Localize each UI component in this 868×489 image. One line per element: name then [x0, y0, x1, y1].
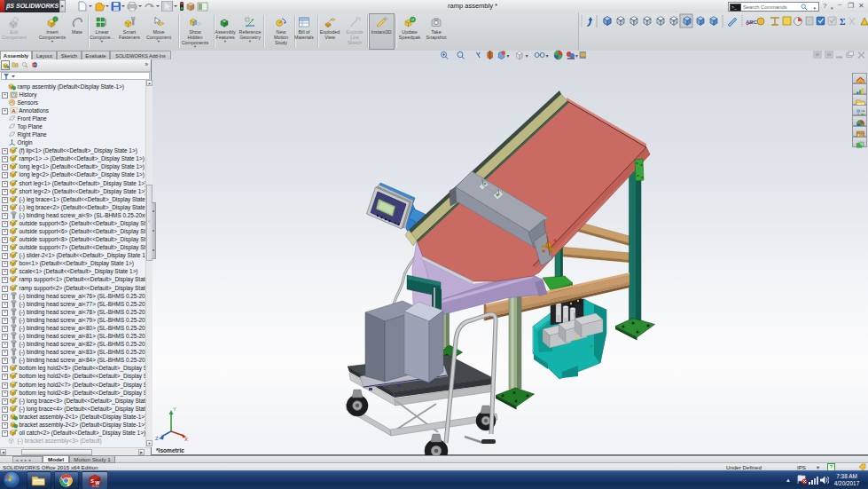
svg-text:X: X	[184, 437, 188, 442]
svg-text:Y: Y	[173, 406, 176, 412]
svg-text:S: S	[90, 478, 94, 484]
svg-text:2015: 2015	[92, 485, 99, 488]
svg-text:Z: Z	[155, 436, 159, 441]
